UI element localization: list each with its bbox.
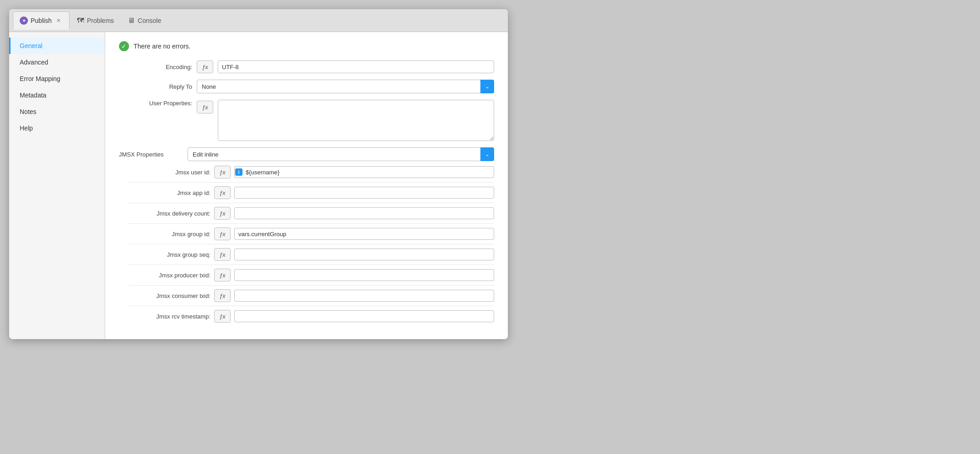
jmsx-user-id-row: Jmsx user id: ƒx i [128,166,494,183]
jmsx-group-seq-row: Jmsx group seq: ƒx [128,248,494,265]
sidebar-item-metadata[interactable]: Metadata [9,87,105,103]
reply-to-select-wrapper: None ⌄ [197,80,494,93]
jmsx-select-wrapper: Edit inline ⌄ [188,147,494,161]
jmsx-rcv-timestamp-row: Jmsx rcv timestamp: ƒx [128,310,494,326]
jmsx-app-id-fx-button[interactable]: ƒx [214,186,231,199]
tab-bar: ✦ Publish ✕ 🗺 Problems 🖥 Console [9,9,508,32]
reply-to-row: Reply To None ⌄ [119,80,494,93]
jmsx-group-seq-input[interactable] [234,249,494,260]
jmsx-delivery-count-fx-button[interactable]: ƒx [214,207,231,220]
encoding-row: Encoding: ƒx [119,60,494,73]
jmsx-app-id-input[interactable] [234,187,494,199]
jmsx-group-id-label: Jmsx group id: [128,231,210,238]
tab-problems[interactable]: 🗺 Problems [70,11,120,30]
main-window: ✦ Publish ✕ 🗺 Problems 🖥 Console General… [9,9,508,339]
jmsx-group-id-fx-button[interactable]: ƒx [214,227,231,240]
jmsx-group-seq-label: Jmsx group seq: [128,251,210,258]
jmsx-producer-txid-label: Jmsx producer txid: [128,272,210,279]
sidebar-general-label: General [20,42,43,49]
sidebar-item-notes[interactable]: Notes [9,103,105,120]
jmsx-title-row: JMSX Properties Edit inline ⌄ [119,147,494,161]
user-properties-textarea[interactable] [218,100,494,141]
main-panel: ✓ There are no errors. Encoding: ƒx Repl… [105,32,508,339]
jmsx-rcv-timestamp-input[interactable] [234,310,494,322]
encoding-fx-button[interactable]: ƒx [197,60,213,73]
user-properties-row: User Properties: ƒx [119,100,494,141]
encoding-input[interactable] [218,60,494,73]
jmsx-producer-txid-fx-button[interactable]: ƒx [214,269,231,281]
publish-icon: ✦ [20,16,28,25]
content-area: General Advanced Error Mapping Metadata … [9,32,508,339]
jmsx-user-id-fx-button[interactable]: ƒx [214,166,231,178]
jmsx-consumer-txid-input[interactable] [234,290,494,302]
console-icon: 🖥 [128,16,135,25]
jmsx-delivery-count-label: Jmsx delivery count: [128,210,210,217]
jmsx-select[interactable]: Edit inline [188,147,494,161]
sidebar-item-error-mapping[interactable]: Error Mapping [9,70,105,87]
jmsx-group-id-input[interactable] [234,228,494,240]
jmsx-delivery-count-row: Jmsx delivery count: ƒx [128,207,494,224]
jmsx-user-id-label: Jmsx user id: [128,169,210,176]
user-properties-label: User Properties: [119,100,192,107]
jmsx-rcv-timestamp-fx-button[interactable]: ƒx [214,310,231,323]
sidebar-item-advanced[interactable]: Advanced [9,54,105,70]
reply-to-label: Reply To [119,83,192,90]
user-id-badge: i [235,168,242,176]
encoding-label: Encoding: [119,64,192,70]
sidebar-item-general[interactable]: General [9,38,105,54]
jmsx-consumer-txid-row: Jmsx consumer txid: ƒx [128,289,494,306]
jmsx-user-id-input[interactable] [234,166,494,178]
jmsx-group-id-row: Jmsx group id: ƒx [128,227,494,244]
sidebar-metadata-label: Metadata [20,92,46,99]
jmsx-producer-txid-row: Jmsx producer txid: ƒx [128,269,494,286]
jmsx-app-id-row: Jmsx app id: ƒx [128,186,494,203]
tab-problems-label: Problems [87,17,114,24]
tab-publish-label: Publish [31,17,52,24]
tab-console-label: Console [138,17,161,24]
success-message: There are no errors. [134,43,191,50]
success-icon: ✓ [119,41,129,51]
sidebar-item-help[interactable]: Help [9,120,105,136]
jmsx-rcv-timestamp-label: Jmsx rcv timestamp: [128,313,210,320]
tab-close-button[interactable]: ✕ [54,16,63,25]
jmsx-consumer-txid-fx-button[interactable]: ƒx [214,289,231,302]
jmsx-producer-txid-input[interactable] [234,269,494,281]
problems-icon: 🗺 [77,16,84,25]
jmsx-consumer-txid-label: Jmsx consumer txid: [128,292,210,299]
success-bar: ✓ There are no errors. [119,41,494,51]
user-properties-fx-button[interactable]: ƒx [197,101,213,114]
jmsx-app-id-label: Jmsx app id: [128,189,210,196]
jmsx-user-id-wrapper: i [234,166,494,178]
jmsx-fields: Jmsx user id: ƒx i Jmsx app id: ƒx Jmsx … [128,166,494,326]
jmsx-group-seq-fx-button[interactable]: ƒx [214,248,231,261]
jmsx-delivery-count-input[interactable] [234,207,494,219]
sidebar: General Advanced Error Mapping Metadata … [9,32,105,339]
sidebar-notes-label: Notes [20,108,37,115]
reply-to-select[interactable]: None [197,80,494,93]
sidebar-error-mapping-label: Error Mapping [20,75,60,82]
sidebar-advanced-label: Advanced [20,59,48,66]
tab-console[interactable]: 🖥 Console [121,11,167,30]
jmsx-properties-label: JMSX Properties [119,151,183,158]
tab-publish[interactable]: ✦ Publish ✕ [13,11,70,30]
sidebar-help-label: Help [20,124,33,132]
